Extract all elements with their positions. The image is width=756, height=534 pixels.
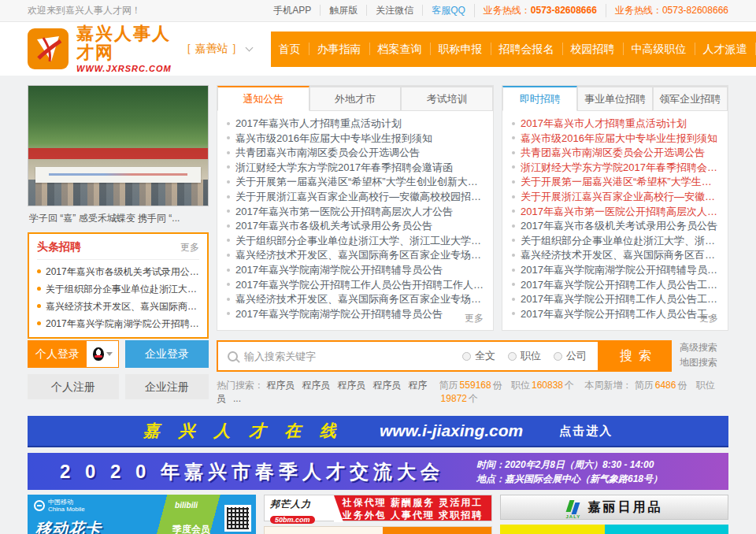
nav-item[interactable]: 人才派遣: [695, 43, 756, 55]
tab-public-institution[interactable]: 事业单位招聘: [577, 86, 652, 111]
photo-red-banner: [28, 148, 208, 159]
list-item[interactable]: 2017年嘉兴学院公开招聘工作人员公告工作人员...: [512, 278, 718, 293]
list-item[interactable]: 关于开展第一届嘉兴港区“希望杯”大学生创业创新大赛的通知: [227, 175, 484, 190]
bullet-icon: [227, 180, 230, 184]
advanced-search-link[interactable]: 高级搜索: [680, 340, 728, 355]
more-link[interactable]: 更多: [180, 241, 199, 254]
list-item[interactable]: 2017年嘉兴学院南湖学院公开招聘辅导员公告: [227, 263, 484, 278]
list-item[interactable]: 2017年嘉兴学院公开招聘工作人员公告开招聘工作人员公告开...: [227, 278, 484, 293]
nav-item[interactable]: 校园招聘: [563, 43, 624, 55]
banner-title: 嘉 兴 人 才 在 线: [143, 420, 343, 442]
tab-instant-recruit[interactable]: 即时招聘: [502, 86, 577, 111]
nav-item[interactable]: 办事指南: [309, 43, 370, 55]
scope-radio[interactable]: 职位: [508, 349, 541, 363]
scope-radio[interactable]: 全文: [462, 349, 495, 363]
bangmang-hr-ad[interactable]: 邦芒人力 50bm.com 社保代理 薪酬服务 灵活用工 业务外包 人事代理 求…: [264, 495, 492, 521]
list-item[interactable]: 浙江财经大学东方学院2017年春季招聘会邀请函: [227, 161, 484, 176]
tab-leading-enterprise[interactable]: 领军企业招聘: [653, 86, 728, 111]
list-item[interactable]: 嘉兴经济技术开发区、嘉兴国际商务...: [37, 298, 199, 315]
more-link[interactable]: 更多: [465, 313, 484, 324]
hot-search-term[interactable]: ...: [233, 393, 241, 404]
list-item[interactable]: 2017年嘉兴市各级机关考试录用公务员公告: [512, 219, 718, 234]
jaly-name: 嘉丽日用品: [588, 499, 663, 516]
hot-search-term[interactable]: 程序员: [337, 380, 365, 391]
bangmang-services: 社保代理 薪酬服务 灵活用工 业务外包 人事代理 求职招聘: [334, 495, 491, 521]
list-item[interactable]: 2017年嘉兴市第一医院公开招聘高层次人才公告: [227, 205, 484, 220]
partial-ad-strip[interactable]: [264, 526, 492, 534]
search-input[interactable]: [244, 350, 462, 362]
topbar-link[interactable]: 触屏版: [321, 5, 367, 16]
bullet-icon: [227, 254, 230, 257]
tab-other-city[interactable]: 外地才市: [309, 86, 402, 111]
jaly-ad[interactable]: JALY 嘉丽日用品: [500, 495, 728, 520]
recruit-list: 2017年嘉兴市各级机关考试录用公务员公告关于组织部分企事业单位赴浙江大学、浙江…: [502, 219, 728, 323]
more-link[interactable]: 更多: [699, 313, 718, 324]
list-item[interactable]: 浙江财经大学东方学院2017年春季招聘会邀请函: [512, 161, 718, 176]
qq-login-dropdown[interactable]: [87, 341, 118, 367]
list-item[interactable]: 嘉兴经济技术开发区、嘉兴国际商务区百家企业专场招聘会公告: [227, 248, 484, 263]
list-item[interactable]: 2017年嘉兴学院南湖学院公开招聘辅...: [37, 315, 199, 332]
mobile-card-title: 移动花卡: [35, 518, 102, 534]
bullet-icon: [512, 224, 515, 228]
list-item[interactable]: 共青团嘉兴市南湖区委员会公开选调公告: [512, 146, 718, 161]
list-item[interactable]: 关于开展浙江嘉兴百家企业高校行—安徽高校校园招聘活动的通...: [227, 190, 484, 205]
list-item[interactable]: 嘉兴市级2016年应届大中专毕业生报到须知: [227, 132, 484, 146]
list-item[interactable]: 2017年嘉兴市人才招聘重点活动计划: [227, 117, 484, 132]
personal-login-button[interactable]: 个人登录: [28, 340, 119, 368]
bullet-icon: [512, 239, 515, 242]
bullet-icon: [37, 321, 41, 325]
chevron-down-icon: [245, 44, 253, 52]
hot-search-term[interactable]: 程序员: [302, 380, 330, 391]
recruit-list-hot: 2017年嘉兴市人才招聘重点活动计划嘉兴市级2016年应届大中专毕业生报到须知共…: [502, 111, 728, 219]
china-mobile-ad[interactable]: 中国移动China Mobile bilibili 移动花卡 季度会员: [28, 495, 256, 534]
list-item[interactable]: 2017年嘉兴市各级机关考试录用公务员公告: [227, 219, 484, 234]
site-url: WWW.JXRSRC.COM: [76, 64, 172, 73]
enterprise-register-button[interactable]: 企业注册: [125, 374, 209, 399]
news-photo[interactable]: [28, 85, 209, 206]
tab-exam-training[interactable]: 考试培训: [401, 86, 493, 111]
partial-ad-strip[interactable]: [500, 525, 728, 534]
list-item[interactable]: 嘉兴经济技术开发区、嘉兴国际商务区百家企业专场招聘会公告: [227, 292, 484, 307]
list-item[interactable]: 2017年嘉兴市各级机关考试录用公务...: [37, 263, 199, 280]
list-item[interactable]: 2017年嘉兴市人才招聘重点活动计划: [512, 117, 718, 132]
bullet-icon: [37, 269, 41, 273]
map-search-link[interactable]: 地图搜索: [680, 355, 728, 370]
list-item[interactable]: 关于开展第一届嘉兴港区“希望杯”大学生创业创...: [512, 175, 718, 190]
scope-radio[interactable]: 公司: [554, 349, 587, 363]
nav-item[interactable]: 档案查询: [370, 43, 431, 55]
list-item[interactable]: 2017年嘉兴学院南湖学院公开招聘辅导员公告: [512, 263, 718, 278]
list-item[interactable]: 关于开展浙江嘉兴百家企业高校行—安徽高校校园...: [512, 190, 718, 205]
job-fair-title: 2 0 2 0 年嘉兴市春季人才交流大会: [28, 459, 476, 484]
nav-item[interactable]: 首页: [271, 43, 309, 55]
headline-list: 2017年嘉兴市各级机关考试录用公务...关于组织部分企事业单位赴浙江大学...…: [37, 263, 199, 332]
tab-notice[interactable]: 通知公告: [217, 86, 309, 111]
list-item[interactable]: 共青团嘉兴市南湖区委员会公开选调公告: [227, 146, 484, 161]
nav-item[interactable]: 职称申报: [431, 43, 491, 55]
job-fair-banner[interactable]: 2 0 2 0 年嘉兴市春季人才交流大会 时间：2020年2月8日（周六）8:3…: [28, 453, 728, 490]
list-item[interactable]: 2017年嘉兴市第一医院公开招聘高层次人才公告: [512, 205, 718, 220]
hotline-secondary: 业务热线：0573-82608666: [606, 4, 728, 17]
jiaxing-talent-online-banner[interactable]: 嘉 兴 人 才 在 线 www.i-jiaxing.com 点击进入: [28, 416, 728, 447]
personal-register-button[interactable]: 个人注册: [28, 374, 119, 399]
list-item[interactable]: 嘉兴市级2016年应届大中专毕业生报到须知: [512, 132, 718, 146]
topbar-link-qq[interactable]: 客服QQ: [423, 4, 475, 17]
topbar-link[interactable]: 关注微信: [367, 5, 423, 16]
photo-caption[interactable]: 学子回 “嘉” 感受禾城蝶变 携手同 “...: [28, 206, 209, 225]
nav-item[interactable]: 招聘会报名: [491, 43, 563, 55]
list-item[interactable]: 2017年嘉兴学院公开招聘工作人员公告工作人员...: [512, 292, 718, 307]
site-logo-icon[interactable]: [28, 28, 69, 69]
list-item[interactable]: 嘉兴经济技术开发区、嘉兴国际商务区百家企业专...: [512, 248, 718, 263]
search-button[interactable]: 搜索: [599, 340, 672, 372]
topbar-link[interactable]: 手机APP: [265, 5, 321, 16]
hot-search-term[interactable]: 程序员: [266, 380, 295, 391]
radio-icon: [462, 352, 471, 361]
hot-search-term[interactable]: 程序员: [372, 380, 401, 391]
nav-item[interactable]: 中高级职位: [624, 43, 695, 55]
list-item[interactable]: 关于组织部分企事业单位赴浙江大学、浙江工业大...: [512, 234, 718, 249]
list-item[interactable]: 关于组织部分企事业单位赴浙江大学、浙江工业大学招聘人才的...: [227, 234, 484, 249]
list-item[interactable]: 关于组织部分企事业单位赴浙江大学...: [37, 280, 199, 298]
enterprise-login-button[interactable]: 企业登录: [125, 340, 209, 368]
bullet-icon: [227, 195, 230, 198]
site-name: 嘉兴人事人才网: [76, 24, 172, 62]
station-selector[interactable]: ［ 嘉善站 ］: [181, 42, 252, 56]
